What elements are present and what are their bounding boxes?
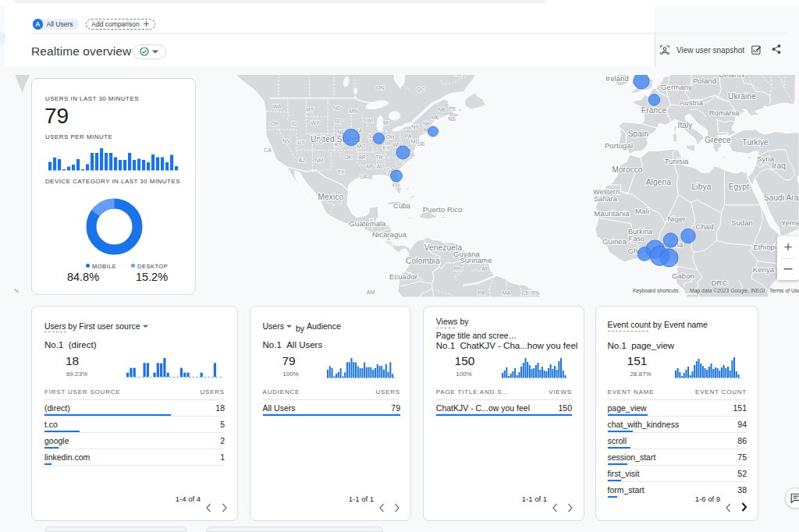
- svg-text:Niger: Niger: [667, 215, 685, 223]
- svg-text:Algeria: Algeria: [646, 178, 672, 186]
- svg-text:PE: PE: [449, 106, 456, 112]
- svg-text:Morocco: Morocco: [612, 165, 642, 174]
- svg-text:Portugal: Portugal: [605, 141, 633, 150]
- svg-text:QC: QC: [417, 87, 425, 93]
- svg-text:NS: NS: [448, 116, 456, 122]
- svg-text:SD: SD: [334, 119, 342, 124]
- svg-text:DE: DE: [417, 141, 425, 147]
- svg-text:NY: NY: [411, 124, 419, 129]
- svg-text:Sahara: Sahara: [594, 195, 617, 203]
- svg-text:Egypt: Egypt: [729, 183, 750, 191]
- svg-text:CO: CO: [315, 139, 324, 144]
- svg-text:Kenya: Kenya: [753, 265, 775, 274]
- svg-text:Mexico: Mexico: [318, 193, 344, 201]
- svg-text:DRC: DRC: [712, 278, 728, 287]
- svg-text:MT: MT: [306, 107, 314, 112]
- svg-text:Cuba: Cuba: [393, 202, 410, 210]
- svg-text:PA: PA: [405, 133, 412, 139]
- svg-text:LA: LA: [360, 174, 368, 179]
- svg-text:Sudan: Sudan: [731, 218, 753, 227]
- svg-text:AZ: AZ: [299, 158, 307, 163]
- svg-text:Mauritania: Mauritania: [594, 209, 630, 218]
- svg-text:WY: WY: [311, 120, 320, 126]
- svg-text:Türkiye: Türkiye: [742, 138, 769, 147]
- svg-text:Gabon: Gabon: [672, 271, 694, 280]
- svg-text:Greece: Greece: [705, 136, 731, 144]
- svg-text:Guinea: Guinea: [602, 237, 627, 246]
- svg-text:OK: OK: [344, 154, 352, 160]
- svg-text:KS: KS: [335, 142, 343, 147]
- svg-text:CA: CA: [264, 147, 272, 153]
- svg-text:ME: ME: [431, 115, 440, 120]
- svg-text:Tunisia: Tunisia: [665, 157, 690, 165]
- svg-text:MA: MA: [502, 290, 511, 296]
- svg-text:RR: RR: [453, 266, 461, 271]
- svg-text:MS: MS: [367, 164, 375, 169]
- svg-text:UT: UT: [297, 140, 305, 145]
- svg-text:Guatemala: Guatemala: [349, 219, 386, 228]
- svg-text:OR: OR: [271, 121, 279, 126]
- svg-text:France: France: [641, 106, 667, 115]
- svg-text:MN: MN: [350, 108, 358, 114]
- svg-text:IL: IL: [368, 133, 373, 139]
- svg-text:Ecuador: Ecuador: [389, 272, 417, 281]
- svg-text:Puerto Rico: Puerto Rico: [423, 205, 463, 214]
- svg-text:NH: NH: [423, 121, 431, 126]
- svg-text:FL: FL: [392, 183, 399, 188]
- svg-text:Ukraine: Ukraine: [728, 92, 756, 101]
- svg-text:AR: AR: [358, 154, 366, 160]
- svg-text:Suriname: Suriname: [460, 256, 492, 264]
- svg-text:Austria: Austria: [680, 98, 704, 107]
- svg-text:ON: ON: [376, 85, 385, 90]
- svg-text:ID: ID: [292, 121, 297, 126]
- svg-text:Nicaragua: Nicaragua: [372, 230, 407, 239]
- svg-text:Iraq: Iraq: [772, 161, 786, 170]
- svg-text:NV: NV: [282, 138, 290, 144]
- svg-text:Spain: Spain: [628, 129, 649, 138]
- svg-text:RN: RN: [531, 290, 539, 296]
- svg-text:AM: AM: [367, 289, 375, 295]
- svg-text:NM: NM: [315, 158, 324, 163]
- svg-text:Libya: Libya: [692, 183, 712, 191]
- svg-text:Romania: Romania: [709, 108, 740, 117]
- svg-text:Mali: Mali: [635, 207, 649, 215]
- svg-text:Ireland: Ireland: [605, 74, 629, 83]
- svg-text:Italy: Italy: [678, 121, 693, 129]
- svg-text:AP: AP: [481, 266, 489, 271]
- svg-text:AL: AL: [377, 164, 384, 169]
- svg-text:Germany: Germany: [661, 83, 692, 91]
- svg-text:WI: WI: [367, 118, 374, 123]
- svg-text:CE: CE: [521, 290, 529, 296]
- svg-text:Colombia: Colombia: [406, 257, 440, 265]
- svg-text:PA: PA: [478, 290, 485, 296]
- svg-text:Saudi Arabia: Saudi Arabia: [764, 193, 799, 202]
- svg-text:TX: TX: [338, 169, 345, 175]
- svg-text:SC: SC: [396, 161, 404, 166]
- svg-text:Faso: Faso: [629, 235, 645, 243]
- svg-text:KY: KY: [382, 145, 390, 151]
- svg-text:MO: MO: [357, 144, 366, 149]
- svg-text:TN: TN: [375, 154, 382, 160]
- svg-text:Chad: Chad: [695, 222, 713, 231]
- svg-text:OH: OH: [386, 134, 395, 140]
- svg-text:MI: MI: [383, 120, 389, 126]
- svg-text:NB: NB: [438, 107, 446, 112]
- svg-text:WA: WA: [272, 104, 281, 109]
- svg-text:Poland: Poland: [693, 76, 716, 85]
- svg-text:ND: ND: [333, 105, 341, 111]
- svg-text:Yemen: Yemen: [781, 218, 799, 227]
